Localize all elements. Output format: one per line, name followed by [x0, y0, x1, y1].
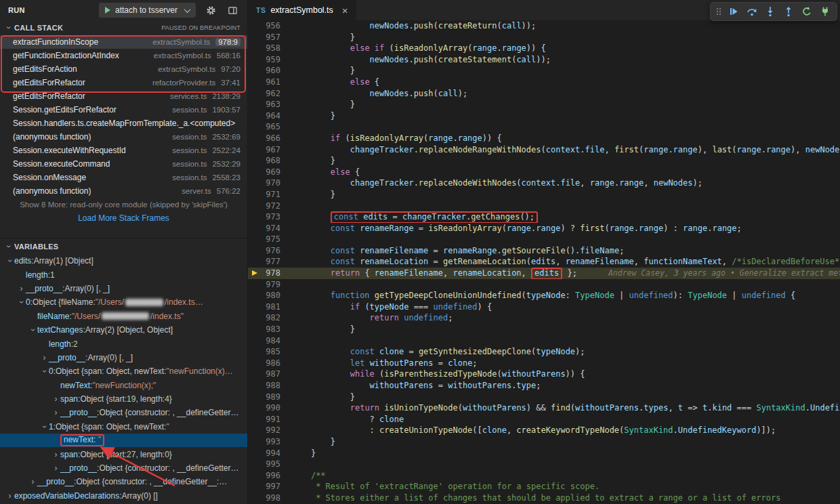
gutter-glyph[interactable]	[248, 54, 257, 66]
line-number[interactable]: 996	[257, 470, 280, 482]
line-number[interactable]: 967	[257, 144, 280, 156]
code-line[interactable]: 969 else {	[248, 167, 840, 178]
line-number[interactable]: 984	[257, 335, 280, 347]
twistie-icon[interactable]: ›	[28, 478, 37, 486]
gutter-glyph[interactable]	[248, 312, 257, 324]
code-line[interactable]: 994 }	[248, 448, 840, 459]
line-number[interactable]: 992	[257, 425, 280, 436]
step-into-button[interactable]	[762, 3, 778, 20]
code-line[interactable]: 993 }	[248, 436, 840, 448]
gutter-glyph[interactable]	[248, 279, 257, 291]
stack-frame[interactable]: Session.getEditsForRefactorsession.ts190…	[0, 103, 247, 117]
line-number[interactable]: 968	[257, 155, 280, 167]
line-number[interactable]: 985	[257, 346, 280, 358]
variable-row[interactable]: ›__proto__: Array(0) [, _]	[0, 351, 247, 364]
gutter-glyph[interactable]	[248, 177, 257, 189]
variable-row[interactable]: ›span: Object {start: 19, length: 4}	[0, 392, 247, 406]
code-line[interactable]: 984	[248, 335, 840, 347]
line-number[interactable]: 959	[257, 54, 280, 66]
twistie-icon[interactable]: ›	[51, 408, 60, 417]
line-number[interactable]: 993	[257, 436, 280, 448]
code-line[interactable]: 978 return { renameFilename, renameLocat…	[248, 268, 840, 279]
gutter-glyph[interactable]	[248, 335, 257, 347]
line-number[interactable]: 969	[257, 167, 280, 178]
code-line[interactable]: 964 }	[248, 110, 840, 122]
gutter-glyph[interactable]	[248, 492, 257, 504]
gutter-glyph[interactable]	[248, 144, 257, 156]
code-line[interactable]: 981 if (typeNode === undefined) {	[248, 301, 840, 313]
code-line[interactable]: 966 if (isReadonlyArray(range.range)) {	[248, 133, 840, 144]
line-number[interactable]: 962	[257, 88, 280, 100]
step-out-button[interactable]	[780, 3, 797, 20]
gutter-glyph[interactable]	[248, 211, 257, 223]
line-number[interactable]: 979	[257, 279, 280, 291]
disconnect-button[interactable]	[817, 3, 833, 20]
gutter-glyph[interactable]	[248, 425, 257, 436]
line-number[interactable]: 982	[257, 312, 280, 324]
gutter-glyph[interactable]	[248, 245, 257, 257]
stack-frame[interactable]: getFunctionExtractionAtIndexextractSymbo…	[0, 49, 247, 62]
twistie-icon[interactable]: ›	[40, 354, 49, 362]
code-line[interactable]: 962 newNodes.push(call);	[248, 88, 840, 100]
line-number[interactable]: 958	[257, 43, 280, 54]
stack-frame[interactable]: Session.executeWithRequestIdsession.ts25…	[0, 144, 247, 157]
code-line[interactable]: 960 }	[248, 65, 840, 77]
line-number[interactable]: 989	[257, 392, 280, 403]
gutter-glyph[interactable]	[248, 133, 257, 144]
line-number[interactable]: 961	[257, 77, 280, 88]
start-debugging-icon[interactable]	[105, 7, 110, 14]
gutter-glyph[interactable]	[248, 448, 257, 459]
step-over-button[interactable]	[744, 3, 760, 20]
code-line[interactable]: 972	[248, 201, 840, 212]
toolbar-drag-handle[interactable]	[714, 3, 723, 20]
gutter-glyph[interactable]	[248, 110, 257, 122]
variable-row[interactable]: fileName: "/Users//index.ts"	[0, 310, 247, 323]
line-number[interactable]: 991	[257, 414, 280, 425]
tab-extractsymbol-ts[interactable]: TS extractSymbol.ts ×	[248, 0, 356, 20]
variable-row[interactable]: newText: "newFunction(x);"	[0, 379, 247, 392]
code-line[interactable]: 958 else if (isReadonlyArray(range.range…	[248, 43, 840, 54]
gutter-glyph[interactable]	[248, 481, 257, 492]
variable-row[interactable]: ›0: Object {span: Object, newText: "newF…	[0, 364, 247, 378]
gutter-glyph[interactable]	[248, 324, 257, 335]
code-line[interactable]: 967 changeTracker.replaceNodeRangeWithNo…	[248, 144, 840, 156]
gutter-glyph[interactable]	[248, 234, 257, 245]
line-number[interactable]: 956	[257, 20, 280, 32]
code-line[interactable]: 998 * Stores either a list of changes th…	[248, 492, 840, 504]
stack-frame[interactable]: extractFunctionInScopeextractSymbol.ts97…	[0, 35, 247, 49]
code-line[interactable]: 971 }	[248, 189, 840, 201]
variable-row[interactable]: ›textChanges: Array(2) [Object, Object]	[0, 323, 247, 337]
line-number[interactable]: 957	[257, 32, 280, 43]
line-number[interactable]: 965	[257, 121, 280, 133]
code-line[interactable]: 956 newNodes.push(createReturn(call));	[248, 20, 840, 32]
twistie-icon[interactable]: ›	[18, 298, 26, 307]
stack-frame[interactable]: (anonymous function)session.ts2532:69	[0, 130, 247, 144]
code-line[interactable]: 987 while (isParenthesizedTypeNode(witho…	[248, 369, 840, 380]
line-number[interactable]: 966	[257, 133, 280, 144]
line-number[interactable]: 998	[257, 492, 280, 504]
twistie-icon[interactable]: ›	[41, 367, 49, 376]
gutter-glyph[interactable]	[248, 459, 257, 470]
variable-row[interactable]: ›0: Object {fileName: "/Users//index.ts…	[0, 295, 247, 309]
code-line[interactable]: 985 const clone = getSynthesizedDeepClon…	[248, 346, 840, 358]
continue-button[interactable]	[726, 3, 742, 20]
code-line[interactable]: 963 }	[248, 99, 840, 110]
code-line[interactable]: 980 function getTypeDeepCloneUnionUndefi…	[248, 290, 840, 301]
code-line[interactable]: 988 withoutParens = withoutParens.type;	[248, 380, 840, 392]
line-number[interactable]: 973	[257, 211, 280, 223]
close-tab-icon[interactable]: ×	[342, 5, 348, 16]
line-number[interactable]: 963	[257, 99, 280, 110]
code-line[interactable]: 992 : createUnionTypeNode([clone, create…	[248, 425, 840, 436]
stack-frame[interactable]: Session.handlers.ts.createMapFromTemplat…	[0, 117, 247, 130]
code-line[interactable]: 990 return isUnionTypeNode(withoutParens…	[248, 402, 840, 414]
line-number[interactable]: 976	[257, 245, 280, 257]
gutter-glyph[interactable]	[248, 20, 257, 32]
code-line[interactable]: 974 const renameRange = isReadonlyArray(…	[248, 223, 840, 234]
line-number[interactable]: 972	[257, 201, 280, 212]
code-line[interactable]: 989 }	[248, 392, 840, 403]
variable-row[interactable]: ›__proto__: Object {constructor: , __def…	[0, 406, 247, 419]
variable-row[interactable]: ›1: Object {span: Object, newText: "	[0, 420, 247, 434]
gutter-glyph[interactable]	[248, 358, 257, 369]
line-number[interactable]: 983	[257, 324, 280, 335]
code-line[interactable]: 991 ? clone	[248, 414, 840, 425]
